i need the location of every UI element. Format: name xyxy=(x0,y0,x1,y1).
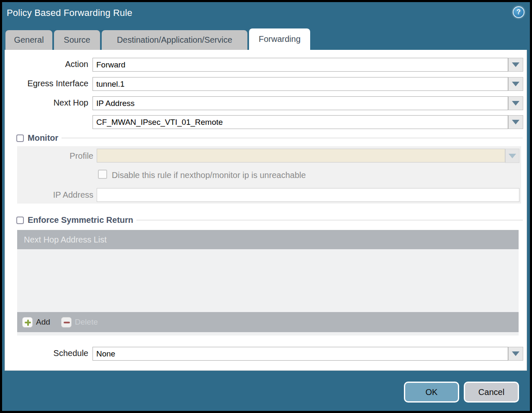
monitor-group: Monitor Profile Disable this rule if nex… xyxy=(15,133,523,204)
enforce-symmetric-return-checkbox[interactable] xyxy=(16,217,24,224)
next-hop-address-list-header: Next Hop Address List xyxy=(17,230,519,249)
next-hop-address-list-body xyxy=(17,249,519,312)
disable-rule-checkbox xyxy=(98,170,107,179)
egress-interface-label: Egress Interface xyxy=(5,79,88,88)
action-dropdown-button[interactable] xyxy=(508,58,523,72)
next-hop-address-list-table: Next Hop Address List Add Delete xyxy=(17,230,519,336)
enforce-symmetric-return-legend-label: Enforce Symmetric Return xyxy=(28,215,133,225)
dialog-title: Policy Based Forwarding Rule xyxy=(7,8,132,18)
action-input[interactable] xyxy=(93,58,508,72)
minus-icon xyxy=(61,317,72,328)
enforce-symmetric-return-group: Enforce Symmetric Return Next Hop Addres… xyxy=(15,215,523,336)
chevron-down-icon xyxy=(512,82,519,86)
profile-label: Profile xyxy=(17,151,93,161)
cancel-button[interactable]: Cancel xyxy=(464,382,519,403)
monitor-ip-address-input xyxy=(97,188,519,202)
chevron-down-icon xyxy=(512,62,519,67)
monitor-checkbox[interactable] xyxy=(16,134,24,142)
schedule-input[interactable] xyxy=(93,347,508,361)
next-hop-type-dropdown-button[interactable] xyxy=(508,96,523,110)
next-hop-address-dropdown-button[interactable] xyxy=(508,115,523,129)
next-hop-address-input[interactable] xyxy=(93,115,508,129)
next-hop-label: Next Hop xyxy=(5,98,88,108)
pbf-rule-dialog: Policy Based Forwarding Rule ? General S… xyxy=(0,0,532,413)
action-label: Action xyxy=(5,59,88,69)
forwarding-tab-panel: Action Egress Interface Next Hop Monitor xyxy=(5,50,527,371)
schedule-dropdown-button[interactable] xyxy=(508,347,523,361)
monitor-ip-address-label: IP Address xyxy=(17,190,93,200)
egress-interface-dropdown-button[interactable] xyxy=(508,77,523,91)
help-icon[interactable]: ? xyxy=(513,6,524,18)
tab-general[interactable]: General xyxy=(5,30,52,50)
chevron-down-icon xyxy=(512,351,519,356)
next-hop-address-list-toolbar: Add Delete xyxy=(17,312,519,332)
tab-source[interactable]: Source xyxy=(54,30,100,50)
monitor-body: Profile Disable this rule if nexthop/mon… xyxy=(17,146,521,204)
profile-input xyxy=(97,149,505,163)
chevron-down-icon xyxy=(512,101,519,106)
add-button[interactable]: Add xyxy=(22,317,50,328)
table-bottom-strip xyxy=(17,332,519,336)
egress-interface-input[interactable] xyxy=(93,77,508,91)
ok-button[interactable]: OK xyxy=(404,382,459,403)
disable-rule-checkbox-label: Disable this rule if nexthop/monitor ip … xyxy=(112,170,306,180)
tab-destination-application-service[interactable]: Destination/Application/Service xyxy=(102,30,247,50)
monitor-legend-label: Monitor xyxy=(28,133,58,143)
tab-bar: General Source Destination/Application/S… xyxy=(5,28,310,50)
add-button-label: Add xyxy=(36,317,50,327)
delete-button-label: Delete xyxy=(75,317,98,327)
schedule-label: Schedule xyxy=(5,348,88,358)
delete-button: Delete xyxy=(61,317,98,328)
chevron-down-icon xyxy=(512,120,519,124)
next-hop-type-input[interactable] xyxy=(93,96,508,110)
tab-forwarding[interactable]: Forwarding xyxy=(249,28,310,50)
monitor-legend: Monitor xyxy=(15,133,62,143)
chevron-down-icon xyxy=(509,154,516,158)
enforce-symmetric-return-legend: Enforce Symmetric Return xyxy=(15,215,136,225)
plus-icon xyxy=(22,317,33,328)
profile-dropdown-button xyxy=(505,149,519,163)
